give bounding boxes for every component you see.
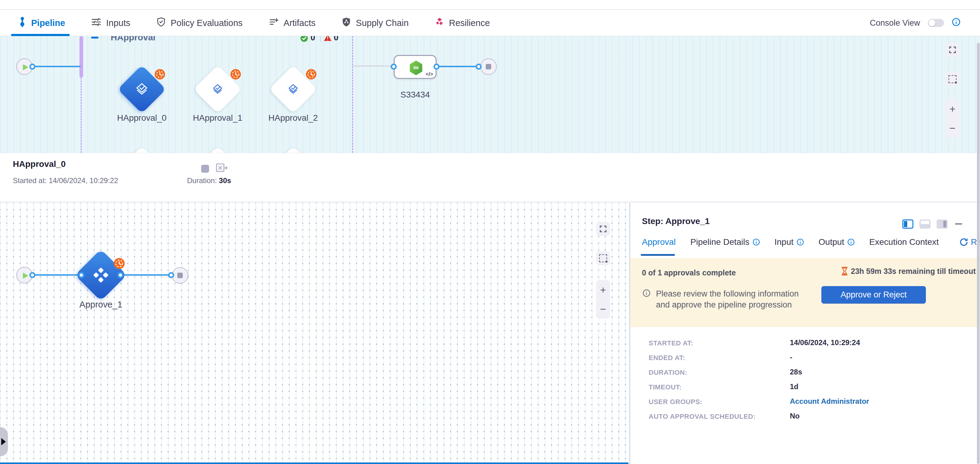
node-s33434[interactable]: ∞ </> xyxy=(394,55,436,79)
play-icon xyxy=(22,272,29,280)
minimize-panel-button[interactable] xyxy=(955,223,962,225)
pipeline-icon xyxy=(18,16,26,30)
edge-start-to-stage xyxy=(32,66,81,67)
edge-step-to-end xyxy=(436,66,479,67)
error-badge-icon xyxy=(323,36,332,43)
tab-pipeline-details[interactable]: Pipeline Details xyxy=(690,237,760,247)
stage-name[interactable]: HApproval xyxy=(111,36,156,43)
tab-input[interactable]: Input xyxy=(775,237,804,247)
tab-label: Supply Chain xyxy=(356,18,409,28)
layout-right-view-button[interactable] xyxy=(902,219,913,229)
port xyxy=(29,64,35,70)
approve-or-reject-button[interactable]: Approve or Reject xyxy=(821,286,926,304)
console-view-label: Console View xyxy=(870,18,920,28)
shield-check-icon xyxy=(156,17,165,29)
user-group-link[interactable]: Account Administrator xyxy=(790,397,869,405)
toggle-knob xyxy=(929,19,935,26)
started-label: Started at: xyxy=(13,176,47,184)
info-icon xyxy=(847,238,855,246)
active-tab-underline xyxy=(11,34,70,36)
stage-left-bar xyxy=(80,36,83,78)
open-execution-icon[interactable] xyxy=(216,163,228,175)
tab-supply-chain[interactable]: Supply Chain xyxy=(342,17,409,29)
layout-minimized-view-button[interactable] xyxy=(937,219,948,229)
list-plus-icon xyxy=(269,17,279,29)
marquee-icon xyxy=(599,254,607,262)
approval-banner: 0 of 1 approvals complete 23h 59m 33s re… xyxy=(630,258,980,327)
zoom-out-button[interactable]: − xyxy=(600,304,606,314)
svg-text:∞: ∞ xyxy=(413,63,419,72)
top-divider xyxy=(0,9,980,10)
timeout-clock-badge xyxy=(305,69,317,81)
tab-label: Artifacts xyxy=(284,18,316,28)
stage-right-border xyxy=(352,36,353,153)
fit-to-screen-button[interactable] xyxy=(596,222,610,236)
code-icon: </> xyxy=(425,71,433,77)
zoom-out-button[interactable]: − xyxy=(950,123,956,133)
stage-summary-strip: HApproval_0 Started at: 14/06/2024, 10:2… xyxy=(0,153,980,202)
node-label: HApproval_1 xyxy=(178,113,258,123)
play-icon xyxy=(22,64,29,71)
tab-pipeline[interactable]: Pipeline xyxy=(18,16,65,30)
tab-label: Pipeline xyxy=(31,18,65,28)
marquee-select-button[interactable] xyxy=(596,251,610,265)
horizontal-scrollbar[interactable] xyxy=(0,462,628,464)
port xyxy=(433,64,439,70)
end-node[interactable] xyxy=(172,267,188,284)
summary-started: Started at: 14/06/2024, 10:29:22 xyxy=(13,176,118,185)
console-view-toggle[interactable] xyxy=(928,19,944,27)
stage-collapse-button[interactable] xyxy=(91,37,99,38)
timeout-clock-badge xyxy=(230,69,241,81)
chaos-icon xyxy=(435,17,444,29)
tab-approval[interactable]: Approval xyxy=(642,237,676,247)
duration-label: Duration: xyxy=(187,176,217,184)
timeout-clock-badge xyxy=(154,69,165,81)
node-clipped xyxy=(194,146,242,153)
tab-output[interactable]: Output xyxy=(819,237,855,247)
approval-message-line2: and approve the pipeline progression xyxy=(656,300,792,310)
step-graph-canvas[interactable]: Approve_1 + − xyxy=(0,203,630,464)
node-label: S33434 xyxy=(375,90,455,100)
info-icon[interactable] xyxy=(952,18,961,29)
stop-icon xyxy=(486,64,491,69)
tab-label: Policy Evaluations xyxy=(170,18,242,28)
port xyxy=(391,64,397,70)
status-square-icon[interactable] xyxy=(201,165,209,173)
started-value: 14/06/2024, 10:29:22 xyxy=(49,176,118,184)
step-panel-title: Step: Approve_1 xyxy=(642,216,710,226)
port xyxy=(476,64,482,70)
tab-execution-context[interactable]: Execution Context xyxy=(869,237,939,247)
top-nav-bar: Pipeline Inputs Policy Evaluations Artif… xyxy=(0,0,980,36)
zoom-in-button[interactable]: + xyxy=(950,103,956,114)
node-label: Approve_1 xyxy=(61,300,141,310)
info-icon xyxy=(797,238,804,246)
stage-graph-canvas[interactable]: HApproval 0 0 HApproval_0 HApproval_1 HA… xyxy=(0,36,980,153)
step-panel-tabs: Approval Pipeline Details Input Output E… xyxy=(642,237,939,247)
vertical-scrollbar[interactable] xyxy=(977,43,980,464)
zoom-controls: + − xyxy=(945,99,959,138)
shell-script-icon: ∞ xyxy=(409,60,423,76)
tab-resilience[interactable]: Resilience xyxy=(435,17,490,29)
node-label: HApproval_2 xyxy=(253,113,333,123)
port xyxy=(78,272,84,278)
tab-label: Resilience xyxy=(449,18,490,28)
stage-left-border xyxy=(81,78,82,153)
port xyxy=(118,272,124,278)
layout-bottom-view-button[interactable] xyxy=(920,219,931,229)
tab-artifacts[interactable]: Artifacts xyxy=(269,17,316,29)
hourglass-icon xyxy=(841,267,848,276)
chevron-right-icon xyxy=(1,438,6,445)
marquee-select-button[interactable] xyxy=(945,72,959,86)
tab-policy-evaluations[interactable]: Policy Evaluations xyxy=(156,17,242,29)
tab-inputs[interactable]: Inputs xyxy=(91,17,130,29)
fit-to-screen-button[interactable] xyxy=(945,43,959,57)
edge-node-to-end xyxy=(121,274,171,276)
duration-value: 30s xyxy=(219,176,231,184)
top-nav-right: Console View xyxy=(870,10,961,35)
expand-panel-handle[interactable] xyxy=(0,427,8,456)
shield-nodes-icon xyxy=(342,17,351,29)
port xyxy=(29,272,35,278)
end-node[interactable] xyxy=(480,59,497,75)
timeout-clock-badge xyxy=(113,258,125,270)
zoom-in-button[interactable]: + xyxy=(600,284,606,295)
